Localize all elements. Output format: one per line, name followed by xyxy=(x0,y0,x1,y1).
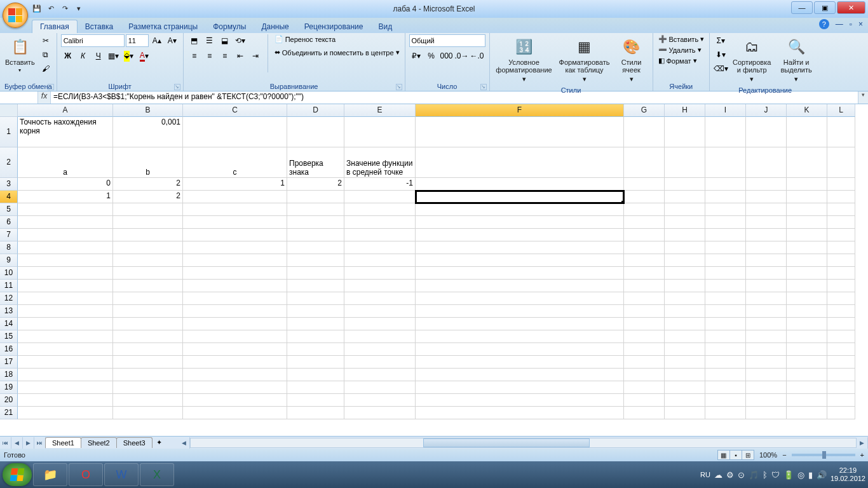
clipboard-launcher[interactable]: ↘ xyxy=(48,84,54,90)
cell[interactable] xyxy=(827,254,855,267)
cell[interactable] xyxy=(705,292,746,305)
align-right-icon[interactable]: ≡ xyxy=(218,50,232,62)
cell[interactable] xyxy=(287,117,344,147)
cell[interactable] xyxy=(705,191,746,203)
cell[interactable] xyxy=(705,381,746,394)
tray-icon[interactable]: 🛡 xyxy=(771,470,780,480)
row-header[interactable]: 12 xyxy=(0,292,18,305)
cell[interactable] xyxy=(113,280,183,292)
language-indicator[interactable]: RU xyxy=(700,471,710,478)
cell[interactable] xyxy=(287,330,344,343)
row-header[interactable]: 2 xyxy=(0,147,18,178)
cell[interactable] xyxy=(113,267,183,280)
cell[interactable] xyxy=(344,267,416,280)
taskbar-explorer-icon[interactable]: 📁 xyxy=(33,463,67,486)
cell[interactable] xyxy=(18,267,113,280)
decrease-decimal-icon[interactable]: ←.0 xyxy=(470,50,484,62)
cell[interactable] xyxy=(18,216,113,229)
cell[interactable] xyxy=(787,203,827,216)
cell[interactable] xyxy=(183,267,287,280)
cell[interactable] xyxy=(416,394,624,407)
cell[interactable] xyxy=(705,305,746,318)
font-launcher[interactable]: ↘ xyxy=(174,84,180,90)
row-header[interactable]: 14 xyxy=(0,318,18,330)
cell[interactable] xyxy=(624,254,665,267)
tab-data[interactable]: Данные xyxy=(254,20,296,33)
cell[interactable] xyxy=(665,216,705,229)
tray-icon[interactable]: ☁ xyxy=(714,470,722,480)
cell[interactable] xyxy=(827,229,855,241)
cell[interactable] xyxy=(183,280,287,292)
cell[interactable] xyxy=(705,407,746,419)
cell[interactable] xyxy=(183,191,287,203)
cell[interactable] xyxy=(624,229,665,241)
cell[interactable] xyxy=(18,407,113,419)
format-painter-icon[interactable]: 🖌 xyxy=(39,62,53,75)
row-header[interactable]: 13 xyxy=(0,305,18,318)
view-page-break-icon[interactable]: ⊞ xyxy=(742,450,754,460)
tray-icon[interactable]: ⊙ xyxy=(738,470,745,480)
cell[interactable]: Точность нахождения корня xyxy=(18,117,113,147)
cell[interactable] xyxy=(665,267,705,280)
tab-home[interactable]: Главная xyxy=(32,20,78,33)
taskbar-opera-icon[interactable]: O xyxy=(69,463,103,486)
cell[interactable] xyxy=(827,369,855,381)
row-header[interactable]: 15 xyxy=(0,330,18,343)
tray-icon[interactable]: ◎ xyxy=(797,470,804,480)
cell[interactable] xyxy=(665,394,705,407)
underline-button[interactable]: Ч xyxy=(92,50,105,62)
cell[interactable] xyxy=(287,369,344,381)
tab-insert[interactable]: Вставка xyxy=(78,20,121,33)
cell[interactable] xyxy=(416,229,624,241)
cell[interactable] xyxy=(746,178,787,191)
redo-icon[interactable]: ↷ xyxy=(58,2,71,15)
row-header[interactable]: 18 xyxy=(0,369,18,381)
cell[interactable] xyxy=(787,369,827,381)
cell[interactable]: a xyxy=(18,147,113,178)
workbook-close-icon[interactable]: × xyxy=(858,20,863,29)
column-header[interactable]: I xyxy=(705,104,746,117)
conditional-formatting-button[interactable]: 🔢 Условное форматирование ▾ xyxy=(494,34,555,86)
cell[interactable] xyxy=(416,216,624,229)
cell[interactable] xyxy=(287,305,344,318)
cell[interactable] xyxy=(416,178,624,191)
cell[interactable] xyxy=(746,369,787,381)
cell[interactable] xyxy=(746,254,787,267)
column-header[interactable]: A xyxy=(18,104,113,117)
align-center-icon[interactable]: ≡ xyxy=(203,50,217,62)
cell[interactable] xyxy=(183,369,287,381)
cell[interactable] xyxy=(624,216,665,229)
cell[interactable] xyxy=(416,267,624,280)
cell[interactable] xyxy=(18,241,113,254)
cell[interactable] xyxy=(113,292,183,305)
cell[interactable] xyxy=(624,292,665,305)
cell[interactable] xyxy=(416,356,624,369)
row-header[interactable]: 17 xyxy=(0,356,18,369)
cell[interactable] xyxy=(113,216,183,229)
fill-icon[interactable]: ⬇▾ xyxy=(714,48,728,61)
column-header[interactable]: J xyxy=(746,104,787,117)
column-header[interactable]: C xyxy=(183,104,287,117)
cell[interactable] xyxy=(787,343,827,356)
cell[interactable] xyxy=(183,407,287,419)
cell[interactable] xyxy=(827,407,855,419)
cell[interactable] xyxy=(705,203,746,216)
cell[interactable] xyxy=(344,407,416,419)
worksheet[interactable]: ABCDEFGHIJKL 1Точность нахождения корня0… xyxy=(0,104,868,436)
cell[interactable] xyxy=(18,318,113,330)
cell[interactable] xyxy=(287,216,344,229)
cell[interactable] xyxy=(746,305,787,318)
tray-volume-icon[interactable]: 🔊 xyxy=(817,470,827,480)
workbook-restore-icon[interactable]: ▫ xyxy=(850,20,852,29)
cell[interactable] xyxy=(746,330,787,343)
border-icon[interactable]: ▦▾ xyxy=(107,50,121,62)
row-header[interactable]: 11 xyxy=(0,280,18,292)
cell[interactable] xyxy=(344,394,416,407)
cell[interactable] xyxy=(827,216,855,229)
cell[interactable] xyxy=(705,394,746,407)
cell[interactable] xyxy=(705,318,746,330)
cell[interactable] xyxy=(416,292,624,305)
sort-filter-button[interactable]: 🗂 Сортировка и фильтр ▾ xyxy=(730,34,773,86)
cell[interactable] xyxy=(624,178,665,191)
cell[interactable] xyxy=(746,318,787,330)
